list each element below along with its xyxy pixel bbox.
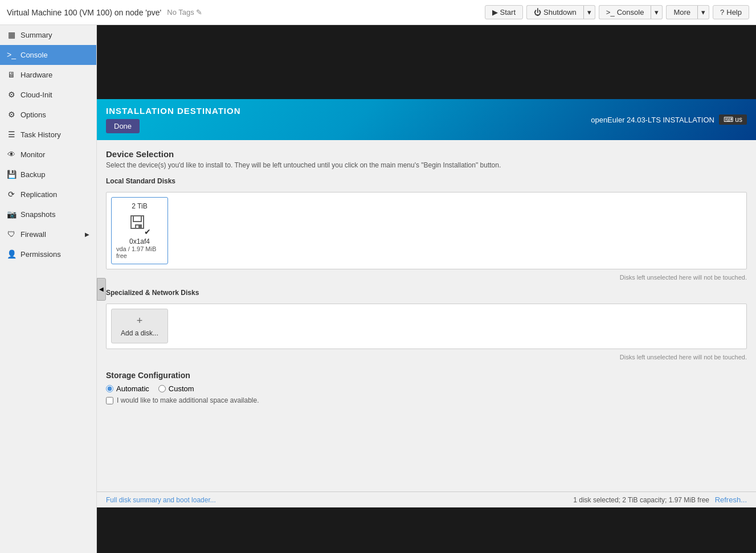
- add-disk-icon: +: [137, 315, 143, 327]
- full-disk-link[interactable]: Full disk summary and boot loader...: [106, 496, 216, 504]
- disks-right-note-2: Disks left unselected here will not be t…: [106, 351, 747, 363]
- disk-summary-area: 1 disk selected; 2 TiB capacity; 1.97 Mi…: [573, 495, 747, 504]
- firewall-expand-icon: ▶: [85, 231, 89, 237]
- firewall-icon: 🛡: [7, 230, 16, 239]
- done-button[interactable]: Done: [106, 119, 140, 133]
- custom-radio[interactable]: Custom: [158, 384, 194, 393]
- no-tags[interactable]: No Tags ✎: [167, 8, 202, 17]
- permissions-icon: 👤: [7, 249, 16, 259]
- monitor-icon: 👁: [7, 150, 16, 159]
- play-icon: ▶: [492, 8, 498, 17]
- sidebar-item-replication[interactable]: ⟳ Replication: [0, 185, 96, 204]
- toggle-arrow-icon: ◀: [99, 286, 104, 292]
- lang-badge[interactable]: ⌨ us: [719, 114, 747, 125]
- sidebar-item-task-history[interactable]: ☰ Task History: [0, 125, 96, 145]
- sidebar-item-permissions[interactable]: 👤 Permissions: [0, 244, 96, 264]
- console-icon: >_: [606, 8, 615, 17]
- storage-config: Storage Configuration Automatic Custom: [106, 371, 747, 404]
- more-dropdown-arrow[interactable]: ▾: [697, 5, 709, 19]
- install-content: Device Selection Select the device(s) yo…: [97, 140, 756, 491]
- disk-card[interactable]: 2 TiB 🖫 ✔ 0x1af4 vda / 1.97 MiB free: [111, 197, 168, 264]
- device-selection-desc: Select the device(s) you'd like to insta…: [106, 161, 747, 169]
- sidebar-toggle[interactable]: ◀: [97, 278, 106, 301]
- sidebar-item-backup[interactable]: 💾 Backup: [0, 165, 96, 185]
- shutdown-button[interactable]: ⏻ Shutdown: [526, 5, 583, 19]
- topbar-left: Virtual Machine 100 (VM 100) on node 'pv…: [7, 8, 202, 17]
- disk-check-icon: ✔: [143, 227, 152, 236]
- backup-icon: 💾: [7, 170, 16, 179]
- install-header-right: openEuler 24.03-LTS INSTALLATION ⌨ us: [591, 114, 747, 125]
- specialized-disk-container: + Add a disk...: [106, 304, 747, 349]
- disks-right-note-1: Disks left unselected here will not be t…: [106, 272, 747, 283]
- storage-radio-row: Automatic Custom: [106, 384, 747, 393]
- sidebar-item-cloud-init[interactable]: ⚙ Cloud-Init: [0, 85, 96, 105]
- options-icon: ⚙: [7, 110, 16, 119]
- disk-size: 2 TiB: [132, 202, 147, 210]
- task-history-icon: ☰: [7, 130, 16, 139]
- sidebar-item-options[interactable]: ⚙ Options: [0, 105, 96, 125]
- topbar: Virtual Machine 100 (VM 100) on node 'pv…: [0, 0, 756, 25]
- console-button[interactable]: >_ Console: [599, 5, 651, 19]
- sidebar-item-summary[interactable]: ▦ Summary: [0, 25, 96, 45]
- sidebar-item-snapshots[interactable]: 📷 Snapshots: [0, 204, 96, 224]
- local-disk-container: 2 TiB 🖫 ✔ 0x1af4 vda / 1.97 MiB free: [106, 192, 747, 269]
- install-bottom: Full disk summary and boot loader... 1 d…: [97, 491, 756, 507]
- install-header-left: INSTALLATION DESTINATION Done: [106, 106, 240, 133]
- console-area: ◀ INSTALLATION DESTINATION Done openEule…: [97, 25, 756, 553]
- additional-space-row: I would like to make additional space av…: [106, 396, 747, 404]
- snapshots-icon: 📷: [7, 210, 16, 219]
- custom-radio-input[interactable]: [158, 385, 166, 392]
- main-layout: ▦ Summary >_ Console 🖥 Hardware ⚙ Cloud-…: [0, 25, 756, 553]
- disk-sub: vda / 1.97 MiB free: [116, 245, 163, 259]
- automatic-radio[interactable]: Automatic: [106, 384, 149, 393]
- sidebar-item-hardware[interactable]: 🖥 Hardware: [0, 65, 96, 85]
- help-icon: ?: [720, 8, 724, 17]
- additional-space-checkbox[interactable]: [106, 397, 113, 404]
- summary-icon: ▦: [7, 30, 16, 39]
- sidebar-item-firewall[interactable]: 🛡 Firewall ▶: [0, 224, 96, 244]
- disk-icon-wrapper: 🖫 ✔: [128, 212, 151, 235]
- power-icon: ⏻: [534, 8, 541, 17]
- more-button[interactable]: More: [666, 5, 697, 19]
- storage-config-title: Storage Configuration: [106, 371, 747, 380]
- add-disk-button[interactable]: + Add a disk...: [111, 309, 168, 343]
- console-button-group: >_ Console ▾: [599, 5, 663, 19]
- help-button[interactable]: ? Help: [713, 5, 749, 19]
- sidebar-item-monitor[interactable]: 👁 Monitor: [0, 145, 96, 165]
- terminal-top: [97, 25, 756, 99]
- disk-id: 0x1af4: [129, 237, 150, 245]
- console-dropdown-arrow[interactable]: ▾: [651, 5, 663, 19]
- install-header: INSTALLATION DESTINATION Done openEuler …: [97, 99, 756, 140]
- specialized-disks-label: Specialized & Network Disks: [106, 289, 747, 299]
- install-header-title: INSTALLATION DESTINATION: [106, 106, 240, 116]
- sidebar: ▦ Summary >_ Console 🖥 Hardware ⚙ Cloud-…: [0, 25, 97, 553]
- automatic-radio-input[interactable]: [106, 385, 113, 392]
- vm-title: Virtual Machine 100 (VM 100) on node 'pv…: [7, 8, 161, 17]
- topbar-right: ▶ Start ⏻ Shutdown ▾ >_ Console ▾ More ▾: [485, 5, 749, 19]
- terminal-bottom: [97, 507, 756, 553]
- cloud-init-icon: ⚙: [7, 90, 16, 99]
- disk-summary-text: 1 disk selected; 2 TiB capacity; 1.97 Mi…: [573, 496, 709, 504]
- device-selection-title: Device Selection: [106, 149, 747, 159]
- more-button-group: More ▾: [666, 5, 709, 19]
- refresh-link[interactable]: Refresh...: [715, 495, 747, 504]
- replication-icon: ⟳: [7, 190, 16, 199]
- install-ui: INSTALLATION DESTINATION Done openEuler …: [97, 99, 756, 507]
- shutdown-button-group: ⏻ Shutdown ▾: [526, 5, 595, 19]
- local-disks-label: Local Standard Disks: [106, 177, 747, 187]
- start-button[interactable]: ▶ Start: [485, 5, 523, 19]
- sidebar-item-console[interactable]: >_ Console: [0, 45, 96, 65]
- console-nav-icon: >_: [7, 50, 16, 59]
- shutdown-dropdown-arrow[interactable]: ▾: [583, 5, 595, 19]
- hardware-icon: 🖥: [7, 70, 16, 79]
